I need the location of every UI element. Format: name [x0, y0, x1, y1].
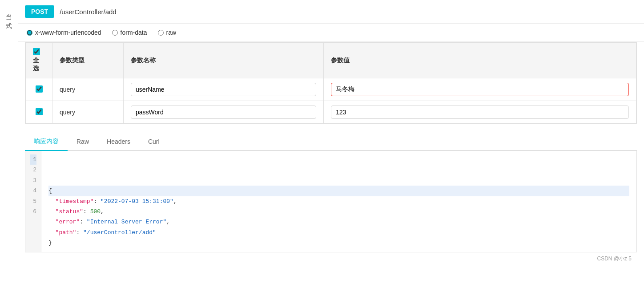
radio-formdata[interactable]: form-data	[112, 29, 147, 36]
request-bar: POST /userController/add	[18, 0, 644, 24]
line-num-2: 2	[30, 165, 36, 175]
tab-响应内容[interactable]: 响应内容	[25, 133, 68, 151]
th-param-name: 参数名称	[124, 43, 324, 78]
tab-Raw[interactable]: Raw	[68, 134, 98, 150]
row-1-name-input[interactable]	[131, 105, 316, 119]
code-line-1: {	[48, 186, 629, 196]
th-param-value: 参数值	[324, 43, 636, 78]
radio-formdata-input[interactable]	[112, 30, 118, 36]
tab-Headers[interactable]: Headers	[98, 134, 139, 150]
row-1-value-input[interactable]	[331, 105, 629, 119]
http-method-badge: POST	[25, 5, 54, 18]
row-0-check-cell	[26, 78, 52, 101]
line-num-1: 1	[30, 154, 36, 165]
row-0-type-cell: query	[52, 78, 124, 101]
response-tabs: 响应内容RawHeadersCurl	[25, 133, 637, 151]
select-all-checkbox[interactable]	[33, 48, 40, 55]
row-1-value-cell[interactable]	[324, 101, 636, 124]
radio-raw[interactable]: raw	[158, 29, 177, 36]
th-select-all: 全选	[26, 43, 52, 78]
select-all-label: 全选	[33, 57, 39, 72]
params-table-wrapper: 全选 参数类型 参数名称 参数值 queryquery	[25, 42, 637, 124]
row-0-name-cell[interactable]	[124, 78, 324, 101]
row-0-value-cell[interactable]	[324, 78, 636, 101]
row-1-checkbox[interactable]	[36, 108, 43, 115]
code-block: 123456 { "timestamp": "2022-07-03 15:31:…	[25, 151, 636, 252]
radio-urlencoded-input[interactable]	[27, 30, 32, 36]
table-row: query	[26, 101, 636, 124]
row-0-name-input[interactable]	[131, 83, 316, 96]
line-num-3: 3	[30, 175, 36, 186]
code-line-4: "error": "Internal Server Error",	[48, 217, 629, 227]
line-num-5: 5	[30, 196, 36, 207]
code-line-2: "timestamp": "2022-07-03 15:31:00",	[48, 196, 629, 207]
radio-urlencoded[interactable]: x-www-form-urlencoded	[27, 29, 101, 36]
code-line-6: }	[48, 238, 629, 248]
row-1-type-cell: query	[52, 101, 124, 124]
request-url: /userController/add	[60, 8, 117, 16]
code-content: { "timestamp": "2022-07-03 15:31:00", "s…	[41, 151, 636, 252]
radio-urlencoded-label: x-www-form-urlencoded	[35, 29, 101, 36]
code-line-5: "path": "/userController/add"	[48, 227, 629, 238]
table-row: query	[26, 78, 636, 101]
response-content-area: 123456 { "timestamp": "2022-07-03 15:31:…	[25, 151, 637, 252]
row-0-checkbox[interactable]	[36, 85, 43, 93]
line-num-4: 4	[30, 186, 36, 196]
th-param-type: 参数类型	[52, 43, 124, 78]
line-numbers: 123456	[25, 151, 41, 252]
tab-Curl[interactable]: Curl	[139, 134, 169, 150]
row-1-check-cell	[26, 101, 52, 124]
row-0-value-input[interactable]	[331, 83, 629, 96]
line-num-6: 6	[30, 207, 36, 217]
row-1-name-cell[interactable]	[124, 101, 324, 124]
radio-raw-input[interactable]	[158, 30, 164, 36]
content-type-selector: x-www-form-urlencoded form-data raw	[18, 24, 644, 42]
watermark: CSDN @小z 5	[25, 252, 637, 265]
params-table: 全选 参数类型 参数名称 参数值 queryquery	[25, 42, 636, 124]
code-line-3: "status": 500,	[48, 207, 629, 217]
radio-formdata-label: form-data	[121, 29, 147, 36]
radio-raw-label: raw	[166, 29, 177, 36]
table-header-row: 全选 参数类型 参数名称 参数值	[26, 43, 636, 78]
